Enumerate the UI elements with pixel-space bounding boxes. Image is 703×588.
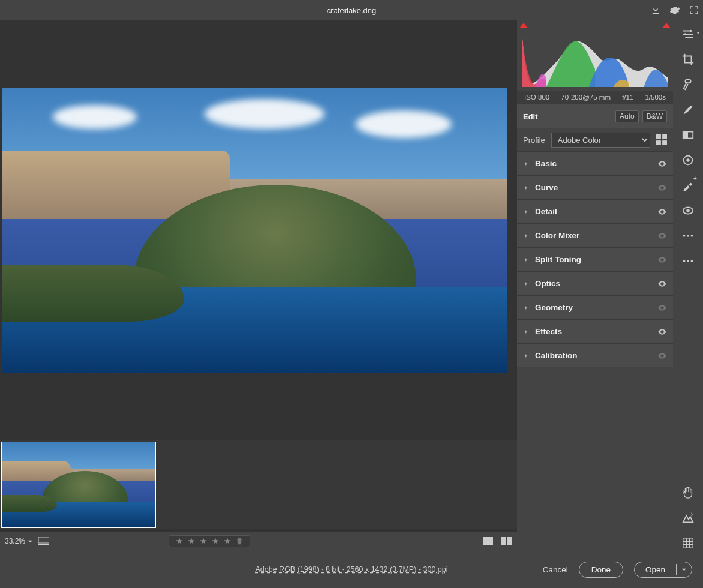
- preview-image[interactable]: [2, 88, 507, 373]
- healing-tool-icon[interactable]: [680, 77, 696, 92]
- chevron-right-icon: [523, 209, 529, 215]
- redeye-tool-icon[interactable]: [680, 203, 696, 218]
- download-icon[interactable]: [650, 5, 661, 16]
- filmstrip-toggle-icon[interactable]: [38, 535, 50, 547]
- panel-label: Color Mixer: [535, 231, 651, 240]
- eye-icon[interactable]: [657, 351, 667, 361]
- profile-select[interactable]: Adobe Color: [551, 133, 650, 148]
- eye-icon[interactable]: [657, 303, 667, 313]
- radial-gradient-tool-icon[interactable]: [680, 152, 696, 168]
- image-metadata-link[interactable]: Adobe RGB (1998) - 8 bit - 2560 x 1432 (…: [255, 565, 447, 574]
- chevron-right-icon: [523, 257, 529, 263]
- panel-curve[interactable]: Curve: [517, 175, 673, 199]
- bw-button[interactable]: B&W: [642, 110, 667, 122]
- open-button-dropdown[interactable]: [676, 564, 692, 575]
- thumbnail[interactable]: [1, 442, 156, 528]
- chevron-right-icon: [523, 233, 529, 239]
- svg-point-19: [683, 235, 686, 237]
- exif-lens: 70-200@75 mm: [561, 94, 611, 101]
- exif-iso: ISO 800: [524, 94, 549, 101]
- open-button[interactable]: Open: [634, 562, 692, 578]
- star-2[interactable]: [187, 537, 196, 545]
- chevron-right-icon: [523, 281, 529, 287]
- panel-label: Geometry: [535, 303, 651, 312]
- hand-tool-icon[interactable]: [680, 485, 696, 500]
- eye-icon[interactable]: [657, 159, 667, 169]
- crop-tool-icon[interactable]: [680, 52, 696, 67]
- svg-point-9: [690, 30, 692, 32]
- svg-rect-7: [656, 140, 661, 145]
- svg-point-23: [687, 260, 689, 262]
- svg-point-20: [687, 235, 689, 237]
- svg-point-11: [688, 37, 690, 39]
- auto-button[interactable]: Auto: [615, 110, 639, 122]
- histogram[interactable]: ISO 800 70-200@75 mm f/11 1/500s: [517, 20, 673, 104]
- title-bar: craterlake.dng: [0, 0, 703, 20]
- eye-icon[interactable]: [657, 279, 667, 289]
- panel-optics[interactable]: Optics: [517, 271, 673, 295]
- rating-bar: [169, 535, 250, 547]
- eye-icon[interactable]: [657, 207, 667, 217]
- panel-basic[interactable]: Basic: [517, 151, 673, 175]
- single-view-icon[interactable]: [482, 535, 494, 547]
- panel-color-mixer[interactable]: Color Mixer: [517, 223, 673, 247]
- panel-split-toning[interactable]: Split Toning: [517, 247, 673, 271]
- star-1[interactable]: [175, 537, 184, 545]
- svg-rect-1: [38, 544, 49, 545]
- panel-effects[interactable]: Effects: [517, 319, 673, 343]
- fullscreen-icon[interactable]: [689, 5, 699, 16]
- panel-calibration[interactable]: Calibration: [517, 343, 673, 367]
- svg-rect-6: [662, 134, 667, 139]
- panel-label: Calibration: [535, 351, 651, 360]
- panel-label: Detail: [535, 207, 651, 216]
- panel-detail[interactable]: Detail: [517, 199, 673, 223]
- panel-label: Optics: [535, 279, 651, 288]
- panel-label: Split Toning: [535, 255, 651, 264]
- chevron-right-icon: [523, 329, 529, 335]
- more-tools-icon[interactable]: [680, 253, 696, 269]
- zoom-level[interactable]: 33.2%: [5, 537, 33, 545]
- svg-point-24: [691, 260, 693, 262]
- compare-view-icon[interactable]: [500, 535, 512, 547]
- eye-icon[interactable]: [657, 183, 667, 193]
- zoom-tool-icon[interactable]: [680, 510, 696, 526]
- star-3[interactable]: [199, 537, 208, 545]
- svg-point-18: [686, 209, 690, 212]
- eye-icon[interactable]: [657, 255, 667, 265]
- svg-rect-12: [685, 80, 690, 83]
- svg-point-16: [686, 158, 690, 162]
- svg-rect-3: [501, 537, 506, 545]
- panel-label: Basic: [535, 159, 651, 168]
- eye-icon[interactable]: [657, 327, 667, 337]
- filmstrip: [0, 440, 517, 529]
- zoom-value: 33.2%: [5, 537, 25, 545]
- profile-browser-icon[interactable]: [656, 134, 667, 145]
- star-5[interactable]: [223, 537, 232, 545]
- eyedropper-tool-icon[interactable]: +: [680, 178, 696, 193]
- panel-label: Effects: [535, 327, 651, 336]
- svg-rect-8: [662, 140, 667, 145]
- profile-label: Profile: [523, 136, 545, 145]
- tool-rail: • +: [673, 20, 703, 551]
- panel-geometry[interactable]: Geometry: [517, 295, 673, 319]
- chevron-right-icon: [523, 185, 529, 191]
- exif-shutter: 1/500s: [645, 94, 666, 101]
- edit-tool-icon[interactable]: •: [680, 26, 696, 42]
- presets-icon[interactable]: [680, 228, 696, 244]
- eye-icon[interactable]: [657, 231, 667, 241]
- cancel-button[interactable]: Cancel: [543, 565, 568, 574]
- svg-point-10: [684, 33, 687, 35]
- exif-aperture: f/11: [622, 94, 633, 101]
- svg-point-22: [683, 260, 686, 262]
- panel-list: BasicCurveDetailColor MixerSplit ToningO…: [517, 151, 673, 367]
- star-4[interactable]: [211, 537, 220, 545]
- done-button[interactable]: Done: [579, 562, 623, 578]
- trash-icon[interactable]: [235, 537, 244, 545]
- panel-label: Curve: [535, 183, 651, 192]
- linear-gradient-tool-icon[interactable]: [680, 127, 696, 143]
- svg-rect-5: [656, 134, 661, 139]
- gear-icon[interactable]: [669, 5, 680, 16]
- chevron-right-icon: [523, 305, 529, 311]
- brush-tool-icon[interactable]: [680, 102, 696, 118]
- grid-view-icon[interactable]: [680, 535, 696, 551]
